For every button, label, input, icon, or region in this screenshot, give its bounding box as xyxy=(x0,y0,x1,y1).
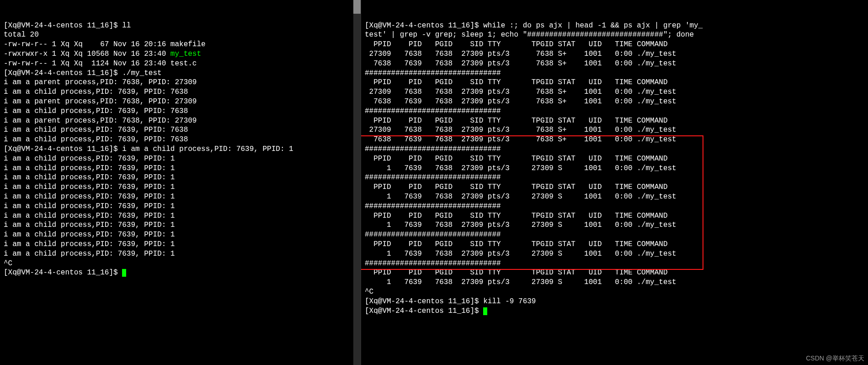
terminal-line: 1 7639 7638 27309 pts/3 27309 S 1001 0:0… xyxy=(365,192,864,202)
terminal-line: i am a child process,PID: 7639, PPID: 1 xyxy=(4,192,357,202)
terminal-line: i am a parent process,PID: 7638, PPID: 2… xyxy=(4,78,357,87)
scrollbar-thumb[interactable] xyxy=(353,0,361,14)
terminal-line: ############################### xyxy=(365,202,864,211)
terminal-line: ^C xyxy=(365,287,864,297)
terminal-line: PPID PID PGID SID TTY TPGID STAT UID TIM… xyxy=(365,154,864,164)
terminal-line: -rw-rw-r-- 1 Xq Xq 1124 Nov 16 23:40 tes… xyxy=(4,59,357,69)
terminal-line: i am a parent process,PID: 7638, PPID: 2… xyxy=(4,97,357,107)
terminal-line: 27309 7638 7638 27309 pts/3 7638 S+ 1001… xyxy=(365,125,864,135)
terminal-line: PPID PID PGID SID TTY TPGID STAT UID TIM… xyxy=(365,268,864,278)
terminal-line: ############################### xyxy=(365,69,864,78)
terminal-line: 27309 7638 7638 27309 pts/3 7638 S+ 1001… xyxy=(365,87,864,97)
terminal-line: [Xq@VM-24-4-centos 11_16]$ xyxy=(365,306,864,316)
terminal-line: 1 7639 7638 27309 pts/3 27309 S 1001 0:0… xyxy=(365,249,864,259)
terminal-line: i am a child process,PID: 7639, PPID: 1 xyxy=(4,211,357,221)
terminal-left-output: [Xq@VM-24-4-centos 11_16]$ lltotal 20-rw… xyxy=(4,21,357,278)
terminal-line: i am a child process,PID: 7639, PPID: 1 xyxy=(4,230,357,240)
terminal-line: ############################### xyxy=(365,107,864,116)
terminal-line: -rw-rw-r-- 1 Xq Xq 67 Nov 16 20:16 makef… xyxy=(4,40,357,49)
terminal-line: PPID PID PGID SID TTY TPGID STAT UID TIM… xyxy=(365,40,864,49)
cursor xyxy=(122,269,126,277)
terminal-line: i am a child process,PID: 7639, PPID: 1 xyxy=(4,220,357,230)
watermark: CSDN @举杯笑苍天 xyxy=(806,354,864,362)
terminal-right[interactable]: [Xq@VM-24-4-centos 11_16]$ while :; do p… xyxy=(361,0,868,365)
terminal-line: 7638 7639 7638 27309 pts/3 7638 S+ 1001 … xyxy=(365,135,864,145)
terminal-line: i am a child process,PID: 7639, PPID: 1 xyxy=(4,249,357,259)
terminal-line: i am a child process,PID: 7639, PPID: 76… xyxy=(4,135,357,145)
terminal-line: [Xq@VM-24-4-centos 11_16]$ while :; do p… xyxy=(365,21,864,31)
terminal-line: PPID PID PGID SID TTY TPGID STAT UID TIM… xyxy=(365,116,864,126)
terminal-line: PPID PID PGID SID TTY TPGID STAT UID TIM… xyxy=(365,211,864,221)
terminal-line: ############################### xyxy=(365,230,864,240)
terminal-line: i am a child process,PID: 7639, PPID: 76… xyxy=(4,125,357,135)
terminal-line: i am a child process,PID: 7639, PPID: 1 xyxy=(4,182,357,192)
terminal-right-output: [Xq@VM-24-4-centos 11_16]$ while :; do p… xyxy=(365,21,864,316)
terminal-line: PPID PID PGID SID TTY TPGID STAT UID TIM… xyxy=(365,240,864,249)
terminal-line: total 20 xyxy=(4,30,357,40)
terminal-line: i am a child process,PID: 7639, PPID: 76… xyxy=(4,87,357,97)
terminal-line: 1 7639 7638 27309 pts/3 27309 S 1001 0:0… xyxy=(365,164,864,173)
terminal-line: i am a child process,PID: 7639, PPID: 1 xyxy=(4,240,357,249)
scrollbar-left[interactable] xyxy=(353,0,361,365)
terminal-line: 27309 7638 7638 27309 pts/3 7638 S+ 1001… xyxy=(365,49,864,59)
terminal-line: 1 7639 7638 27309 pts/3 27309 S 1001 0:0… xyxy=(365,220,864,230)
terminal-line: [Xq@VM-24-4-centos 11_16]$ ll xyxy=(4,21,357,31)
terminal-line: -rwxrwxr-x 1 Xq Xq 10568 Nov 16 23:40 my… xyxy=(4,49,357,59)
terminal-line: i am a child process,PID: 7639, PPID: 1 xyxy=(4,154,357,164)
terminal-line: i am a child process,PID: 7639, PPID: 1 xyxy=(4,164,357,173)
terminal-line: 1 7639 7638 27309 pts/3 27309 S 1001 0:0… xyxy=(365,278,864,287)
terminal-line: ############################### xyxy=(365,173,864,182)
terminal-line: [Xq@VM-24-4-centos 11_16]$ xyxy=(4,268,357,278)
terminal-line: i am a child process,PID: 7639, PPID: 1 xyxy=(4,202,357,211)
cursor xyxy=(483,307,487,315)
terminal-line: 7638 7639 7638 27309 pts/3 7638 S+ 1001 … xyxy=(365,97,864,107)
terminal-line: i am a child process,PID: 7639, PPID: 76… xyxy=(4,107,357,116)
terminal-line: [Xq@VM-24-4-centos 11_16]$ i am a child … xyxy=(4,145,357,154)
terminal-line: [Xq@VM-24-4-centos 11_16]$ ./my_test xyxy=(4,69,357,78)
terminal-line: 7638 7639 7638 27309 pts/3 7638 S+ 1001 … xyxy=(365,59,864,69)
terminal-line: PPID PID PGID SID TTY TPGID STAT UID TIM… xyxy=(365,182,864,192)
terminal-left[interactable]: [Xq@VM-24-4-centos 11_16]$ lltotal 20-rw… xyxy=(0,0,361,365)
terminal-line: i am a parent process,PID: 7638, PPID: 2… xyxy=(4,116,357,126)
terminal-line: ############################### xyxy=(365,259,864,268)
terminal-line: [Xq@VM-24-4-centos 11_16]$ kill -9 7639 xyxy=(365,297,864,306)
terminal-line: ^C xyxy=(4,259,357,268)
terminal-line: test' | grep -v grep; sleep 1; echo "###… xyxy=(365,30,864,40)
terminal-line: ############################### xyxy=(365,145,864,154)
terminal-line: PPID PID PGID SID TTY TPGID STAT UID TIM… xyxy=(365,78,864,87)
terminal-line: i am a child process,PID: 7639, PPID: 1 xyxy=(4,173,357,182)
